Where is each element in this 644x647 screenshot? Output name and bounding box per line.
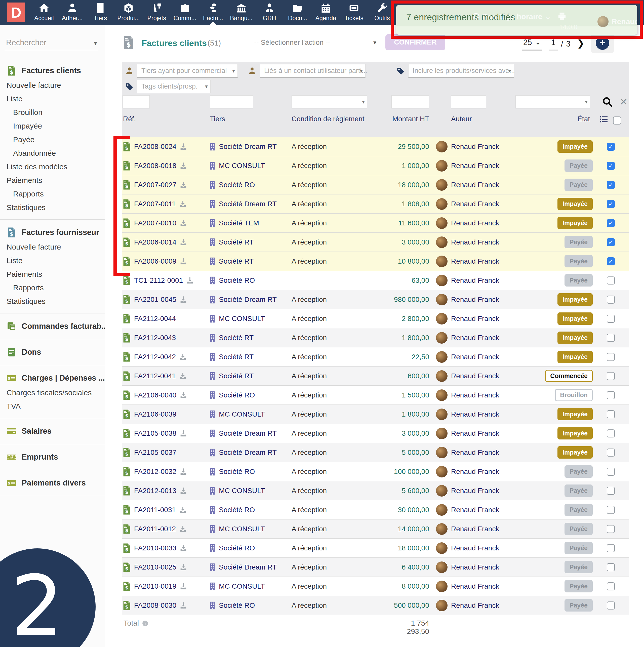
row-checkbox[interactable]: ✓ bbox=[607, 334, 615, 342]
invoice-ref-link[interactable]: FA2010-0025 bbox=[134, 563, 176, 571]
row-checkbox[interactable]: ✓ bbox=[607, 563, 615, 571]
download-icon[interactable] bbox=[180, 391, 188, 399]
company-link[interactable]: Société RT bbox=[219, 238, 254, 246]
sidebar-item[interactable]: Statistiques bbox=[0, 201, 105, 214]
row-checkbox[interactable]: ✓ bbox=[607, 353, 615, 361]
sidebar-item[interactable]: Paiements bbox=[0, 173, 105, 187]
amount-filter-input[interactable] bbox=[391, 95, 429, 109]
author-link[interactable]: Renaud Franck bbox=[451, 372, 499, 380]
company-link[interactable]: Société RO bbox=[219, 544, 255, 552]
download-icon[interactable] bbox=[186, 277, 194, 285]
condition-filter-select[interactable]: ▾ bbox=[292, 95, 367, 109]
contact-filter-select[interactable]: Liés à un contact utilisateur parti... ▾ bbox=[260, 64, 365, 78]
author-link[interactable]: Renaud Franck bbox=[451, 506, 499, 514]
invoice-ref-link[interactable]: TC1-2112-0001 bbox=[134, 277, 183, 285]
nav-item-grh[interactable]: GRH bbox=[255, 0, 284, 25]
company-link[interactable]: Société Dream RT bbox=[219, 296, 277, 304]
download-icon[interactable] bbox=[180, 181, 188, 189]
sidebar-section-heading[interactable]: $ Paiements divers bbox=[0, 475, 105, 491]
author-link[interactable]: Renaud Franck bbox=[451, 353, 499, 361]
invoice-ref-link[interactable]: FA2008-0030 bbox=[134, 601, 176, 609]
invoice-ref-link[interactable]: FA2011-0012 bbox=[134, 525, 176, 533]
nav-item-factu[interactable]: Factu... bbox=[199, 0, 227, 25]
sidebar-item[interactable]: TVA bbox=[0, 400, 105, 413]
row-checkbox[interactable]: ✓ bbox=[607, 391, 615, 399]
invoice-ref-link[interactable]: FA2006-0014 bbox=[134, 238, 176, 246]
invoice-ref-link[interactable]: FA2106-0039 bbox=[134, 410, 176, 418]
invoice-ref-link[interactable]: FA2112-0044 bbox=[134, 315, 176, 323]
row-checkbox[interactable]: ✓ bbox=[607, 582, 615, 590]
author-link[interactable]: Renaud Franck bbox=[451, 544, 499, 552]
company-link[interactable]: MC CONSULT bbox=[219, 525, 265, 533]
download-icon[interactable] bbox=[180, 563, 188, 571]
author-link[interactable]: Renaud Franck bbox=[451, 315, 499, 323]
download-icon[interactable] bbox=[180, 219, 188, 227]
invoice-ref-link[interactable]: FA2012-0032 bbox=[134, 468, 176, 476]
search-input[interactable] bbox=[5, 37, 98, 50]
download-icon[interactable] bbox=[180, 601, 188, 609]
download-icon[interactable] bbox=[179, 353, 187, 361]
download-icon[interactable] bbox=[180, 143, 188, 151]
sidebar-item[interactable]: Nouvelle facture bbox=[0, 78, 105, 92]
author-link[interactable]: Renaud Franck bbox=[451, 181, 499, 189]
invoice-ref-link[interactable]: FA2007-0027 bbox=[134, 181, 176, 189]
row-checkbox[interactable]: ✓ bbox=[607, 162, 615, 170]
author-link[interactable]: Renaud Franck bbox=[451, 410, 499, 418]
nav-item-comm[interactable]: Comm... bbox=[171, 0, 199, 25]
download-icon[interactable] bbox=[180, 296, 188, 304]
nav-item-agenda[interactable]: Agenda bbox=[312, 0, 340, 25]
download-icon[interactable] bbox=[180, 582, 188, 590]
invoice-ref-link[interactable]: FA2106-0040 bbox=[134, 391, 176, 399]
sidebar-item[interactable]: Paiements bbox=[0, 267, 105, 281]
download-icon[interactable] bbox=[179, 506, 187, 514]
company-link[interactable]: Société RO bbox=[219, 468, 255, 476]
sidebar-item[interactable]: Liste bbox=[0, 92, 105, 105]
invoice-ref-link[interactable]: FA2011-0031 bbox=[134, 506, 176, 514]
invoice-ref-link[interactable]: FA2007-0010 bbox=[134, 219, 176, 227]
nav-item-tickets[interactable]: Tickets bbox=[340, 0, 368, 25]
company-link[interactable]: MC CONSULT bbox=[219, 315, 265, 323]
company-link[interactable]: Société RT bbox=[219, 372, 254, 380]
col-header-ref[interactable]: Réf. bbox=[123, 115, 136, 123]
author-link[interactable]: Renaud Franck bbox=[451, 219, 499, 227]
sidebar-item[interactable]: Abandonnée bbox=[0, 146, 105, 160]
nav-item-docu[interactable]: Docu... bbox=[284, 0, 312, 25]
company-link[interactable]: Société RO bbox=[219, 181, 255, 189]
download-icon[interactable] bbox=[180, 487, 188, 495]
download-icon[interactable] bbox=[180, 429, 188, 437]
sidebar-item[interactable]: Statistiques bbox=[0, 295, 105, 308]
author-link[interactable]: Renaud Franck bbox=[451, 525, 499, 533]
author-link[interactable]: Renaud Franck bbox=[451, 448, 499, 456]
download-icon[interactable] bbox=[179, 200, 187, 208]
author-link[interactable]: Renaud Franck bbox=[451, 487, 499, 495]
sidebar-section-heading[interactable]: $ Factures clients bbox=[0, 62, 105, 78]
invoice-ref-link[interactable]: FA2006-0009 bbox=[134, 257, 176, 265]
sidebar-item[interactable]: Rapports bbox=[0, 281, 105, 295]
next-page-button[interactable]: ❯ bbox=[577, 38, 585, 50]
sidebar-section-heading[interactable]: $ Charges | Dépenses ... bbox=[0, 370, 105, 386]
col-header-tiers[interactable]: Tiers bbox=[210, 115, 225, 123]
company-link[interactable]: Société RT bbox=[219, 334, 254, 342]
sidebar-item[interactable]: Impayée bbox=[0, 119, 105, 133]
company-link[interactable]: Société RT bbox=[219, 353, 254, 361]
row-checkbox[interactable]: ✓ bbox=[607, 143, 615, 151]
sidebar-section-heading[interactable]: $ Factures fournisseur bbox=[0, 224, 105, 240]
company-link[interactable]: Société Dream RT bbox=[219, 448, 277, 456]
invoice-ref-link[interactable]: FA2112-0041 bbox=[134, 372, 176, 380]
download-icon[interactable] bbox=[180, 162, 188, 170]
row-checkbox[interactable]: ✓ bbox=[607, 372, 615, 380]
sidebar-item[interactable]: Brouillon bbox=[0, 105, 105, 119]
row-checkbox[interactable]: ✓ bbox=[607, 296, 615, 304]
col-header-amount[interactable]: Montant HT bbox=[391, 115, 429, 123]
commercial-filter-select[interactable]: Tiers ayant pour commercial ▾ bbox=[137, 64, 238, 78]
row-checkbox[interactable]: ✓ bbox=[607, 506, 615, 514]
invoice-ref-link[interactable]: FA2007-0011 bbox=[134, 200, 176, 208]
tags-filter-select[interactable]: Tags clients/prosp. ▾ bbox=[137, 80, 211, 93]
sidebar-item[interactable]: Payée bbox=[0, 133, 105, 146]
download-icon[interactable] bbox=[180, 238, 188, 246]
mass-action-select[interactable]: -- Sélectionner l'action -- ▾ bbox=[254, 36, 378, 49]
author-link[interactable]: Renaud Franck bbox=[451, 257, 499, 265]
nav-item-adhr[interactable]: Adhér... bbox=[58, 0, 86, 25]
row-checkbox[interactable]: ✓ bbox=[607, 257, 615, 265]
company-link[interactable]: Société RO bbox=[219, 391, 255, 399]
